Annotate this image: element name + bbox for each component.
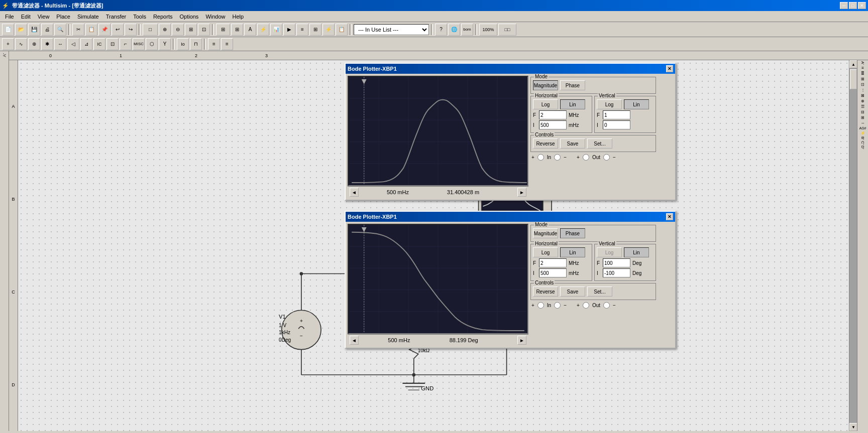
- print-preview-button[interactable]: 🔍: [54, 24, 66, 36]
- star-btn[interactable]: ✱: [41, 38, 53, 50]
- zoom-out-button[interactable]: ⊖: [172, 24, 184, 36]
- bode1-in-minus-radio[interactable]: [554, 154, 561, 161]
- scroll-track[interactable]: [849, 68, 857, 423]
- menu-simulate[interactable]: Simulate: [74, 13, 102, 21]
- right-icon-6[interactable]: ⊠: [861, 93, 864, 98]
- hex-btn[interactable]: ⬡: [146, 38, 158, 50]
- scroll-thumb[interactable]: [850, 69, 857, 89]
- undo-button[interactable]: ↩: [112, 24, 124, 36]
- bode2-h-log-button[interactable]: Log: [533, 247, 558, 257]
- bode2-h-i-input[interactable]: [539, 268, 567, 277]
- diode-btn[interactable]: ◁: [67, 38, 79, 50]
- bode1-reverse-button[interactable]: Reverse: [533, 138, 558, 149]
- menu-options[interactable]: Options: [176, 13, 201, 21]
- square-btn[interactable]: ⊓: [190, 38, 202, 50]
- bode2-phase-button[interactable]: Phase: [560, 228, 585, 238]
- bode2-nav-right[interactable]: ►: [517, 336, 526, 345]
- annotate-btn[interactable]: A: [244, 24, 256, 36]
- chart-btn[interactable]: 📊: [270, 24, 282, 36]
- minimize-button[interactable]: ─: [840, 2, 848, 9]
- bode2-v-log-button[interactable]: Log: [597, 247, 622, 257]
- transistor-btn[interactable]: ⊿: [80, 38, 92, 50]
- menu-file[interactable]: File: [2, 13, 17, 21]
- menu-edit[interactable]: Edit: [18, 13, 34, 21]
- right-icon-3[interactable]: ⊞: [861, 77, 864, 81]
- bode2-v-i-input[interactable]: [603, 268, 630, 277]
- plus-btn[interactable]: +: [2, 38, 14, 50]
- bode1-phase-button[interactable]: Phase: [560, 80, 585, 90]
- right-icon-12[interactable]: AG#: [859, 126, 866, 130]
- filter2-btn[interactable]: ≡: [221, 38, 233, 50]
- new-button[interactable]: 📄: [2, 24, 14, 36]
- bode2-h-lin-button[interactable]: Lin: [560, 247, 585, 257]
- bode2-h-f-input[interactable]: [539, 258, 567, 267]
- save-button[interactable]: 💾: [28, 24, 40, 36]
- wire-btn[interactable]: ⚡: [257, 24, 269, 36]
- scroll-up-button[interactable]: ▲: [849, 60, 857, 68]
- cut-button[interactable]: ✂: [72, 24, 84, 36]
- electric-btn[interactable]: ⚡: [322, 24, 335, 36]
- zoom-area-button[interactable]: ⊡: [198, 24, 210, 36]
- bode1-v-i-input[interactable]: [603, 120, 630, 129]
- misc2-btn[interactable]: ⊡: [106, 38, 119, 50]
- right-icon-13[interactable]: ⚡: [860, 131, 865, 135]
- bode2-in-minus-radio[interactable]: [554, 302, 561, 309]
- bode1-set-button[interactable]: Set...: [587, 138, 612, 149]
- bode1-magnitude-button[interactable]: Magnitude: [533, 80, 558, 90]
- bode2-save-button[interactable]: Save: [560, 286, 585, 297]
- print-button[interactable]: 🖨: [41, 24, 53, 36]
- io-btn[interactable]: Io: [177, 38, 189, 50]
- bode2-close-button[interactable]: ✕: [666, 213, 673, 220]
- bode1-h-i-input[interactable]: [539, 120, 567, 129]
- bode1-out-radio[interactable]: [583, 154, 589, 161]
- menu-window[interactable]: Window: [202, 13, 228, 21]
- close-button[interactable]: ✕: [858, 2, 866, 9]
- menu-place[interactable]: Place: [53, 13, 73, 21]
- bode1-title-bar[interactable]: Bode Plotter-XBP1 ✕: [346, 64, 675, 74]
- right-icon-9[interactable]: ⊟: [861, 110, 864, 114]
- bode1-h-log-button[interactable]: Log: [533, 99, 558, 109]
- zoom-fit-button[interactable]: ⊞: [185, 24, 197, 36]
- right-icon-11[interactable]: ↔: [861, 121, 865, 125]
- menu-view[interactable]: View: [35, 13, 53, 21]
- bode2-set-button[interactable]: Set...: [587, 286, 612, 297]
- arrow-btn[interactable]: ↔: [54, 38, 66, 50]
- circuit-area[interactable]: XBP1 IN OUT +: [18, 60, 849, 431]
- bode1-v-log-button[interactable]: Log: [597, 99, 622, 109]
- right-icon-8[interactable]: ☰: [861, 104, 864, 109]
- analysis-btn[interactable]: ≡: [296, 24, 308, 36]
- menu-tools[interactable]: Tools: [130, 13, 149, 21]
- bode1-h-lin-button[interactable]: Lin: [560, 99, 585, 109]
- restore-button[interactable]: □: [849, 2, 857, 9]
- grid-btn[interactable]: ⊞: [231, 24, 243, 36]
- bode1-nav-left[interactable]: ◄: [350, 188, 359, 197]
- menu-reports[interactable]: Reports: [150, 13, 176, 21]
- component-button[interactable]: □: [143, 24, 158, 36]
- zoom2-btn[interactable]: □□: [498, 24, 516, 36]
- bode2-reverse-button[interactable]: Reverse: [533, 286, 558, 297]
- bode2-magnitude-button[interactable]: Magnitude: [533, 228, 558, 238]
- bode1-nav-right[interactable]: ►: [517, 188, 526, 197]
- antenna-btn[interactable]: Y: [159, 38, 171, 50]
- right-icon-2[interactable]: ≣: [861, 71, 864, 76]
- bode2-in-radio[interactable]: [537, 302, 544, 309]
- right-icon-10[interactable]: ⊞: [861, 115, 864, 120]
- bode2-out-radio[interactable]: [583, 302, 589, 309]
- bode2-out-minus-radio[interactable]: [603, 302, 610, 309]
- bode1-in-radio[interactable]: [537, 154, 544, 161]
- bode2-nav-left[interactable]: ◄: [350, 336, 359, 345]
- bode1-close-button[interactable]: ✕: [666, 65, 673, 72]
- bode1-h-f-input[interactable]: [539, 110, 567, 119]
- open-button[interactable]: 📂: [15, 24, 27, 36]
- right-icon-1[interactable]: ≡: [861, 66, 864, 70]
- internet-btn[interactable]: 🌐: [448, 24, 460, 36]
- redo-button[interactable]: ↪: [125, 24, 137, 36]
- ic-btn[interactable]: IC: [93, 38, 105, 50]
- filter-btn[interactable]: ≡: [208, 38, 220, 50]
- zoom-in-button[interactable]: ⊕: [159, 24, 171, 36]
- misc3-btn[interactable]: MISC: [133, 38, 145, 50]
- bode1-v-f-input[interactable]: [603, 110, 630, 119]
- right-icon-5[interactable]: ⋮: [861, 88, 865, 92]
- zoom-pct-btn[interactable]: 100%: [479, 24, 497, 36]
- bode1-out-minus-radio[interactable]: [603, 154, 610, 161]
